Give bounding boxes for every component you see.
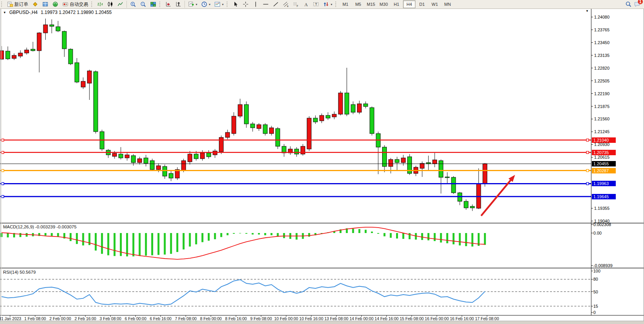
horizontal-line-tool-button[interactable]	[261, 0, 271, 9]
timeframe-h1[interactable]: H1	[390, 0, 403, 8]
hline-handle[interactable]	[586, 139, 589, 141]
new-chart-button[interactable]: ▾	[186, 0, 199, 9]
candle-body	[401, 158, 405, 163]
candle-body	[470, 206, 475, 208]
period-button[interactable]: ▾	[199, 0, 212, 9]
hline-handle[interactable]	[2, 151, 4, 154]
profile-previous-button[interactable]	[163, 0, 173, 9]
text-label-tool-button[interactable]: T	[311, 0, 321, 9]
candle-body	[194, 154, 198, 159]
hline-handle[interactable]	[2, 139, 4, 141]
toolbar-grip[interactable]	[159, 2, 162, 7]
time-axis-label: 8 Feb 00:00	[200, 316, 222, 321]
timeframe-m5[interactable]: M5	[352, 0, 364, 8]
scroll-end-marker-icon[interactable]: ▼	[586, 9, 589, 13]
line-chart-mode-button[interactable]	[115, 0, 125, 9]
toolbar-grip[interactable]	[227, 2, 229, 7]
macd-histogram-bar	[484, 233, 486, 245]
timeframe-mn[interactable]: MN	[441, 0, 454, 8]
chart-canvas[interactable]	[0, 0, 644, 324]
macd-indicator-label: MACD(12,26,9) -0.003239 -0.003075	[3, 225, 77, 229]
time-axis-label: 16 Feb 00:00	[425, 316, 449, 321]
svg-text:A: A	[304, 2, 308, 7]
tile-windows-button[interactable]	[148, 0, 158, 9]
macd-histogram-bar	[157, 233, 159, 255]
macd-histogram-bar	[145, 233, 147, 255]
candle-body	[119, 154, 123, 158]
arrows-tool-button[interactable]: ▾	[321, 0, 334, 9]
equidistant-channel-tool-button[interactable]: E	[281, 0, 291, 9]
macd-histogram-bar	[359, 229, 360, 233]
hline-handle[interactable]	[2, 195, 4, 198]
market-watch-button[interactable]	[30, 0, 40, 9]
macd-histogram-bar	[233, 233, 235, 234]
rsi-axis-label: 15	[593, 304, 598, 309]
new-order-icon	[7, 1, 13, 7]
template-button[interactable]: ▾	[212, 0, 225, 9]
trendline-tool-button[interactable]	[271, 0, 281, 9]
cursor-tool-button[interactable]	[231, 0, 241, 9]
chart-menu-arrow-icon[interactable]: ▼	[3, 11, 6, 14]
gold-cube-icon	[32, 1, 38, 7]
timeframe-m30[interactable]: M30	[378, 0, 390, 8]
vertical-line-tool-button[interactable]	[251, 0, 261, 9]
price-tick-label: 1.23135	[594, 53, 610, 58]
macd-histogram-bar	[390, 233, 392, 238]
auto-trading-button[interactable]: 自动交易	[60, 0, 90, 9]
hline-handle[interactable]	[586, 170, 589, 172]
macd-histogram-bar	[371, 231, 373, 233]
market-depth-button[interactable]	[40, 0, 50, 9]
hline-handle[interactable]	[586, 151, 589, 154]
time-axis-label: 6 Feb 00:00	[125, 316, 146, 321]
crosshair-icon	[243, 1, 249, 7]
price-label-1.20735: 1.20735	[592, 150, 616, 155]
candle-body	[445, 177, 449, 178]
bar-chart-mode-button[interactable]	[95, 0, 105, 9]
price-tick-label: 1.23450	[594, 40, 610, 45]
search-icon[interactable]	[625, 1, 632, 7]
new-chart-icon	[188, 1, 194, 7]
time-axis-label: 2 Feb 16:00	[75, 316, 96, 321]
macd-histogram-bar	[402, 233, 404, 239]
candle-body	[219, 137, 224, 152]
candle-body	[50, 25, 54, 26]
hline-handle[interactable]	[586, 182, 589, 185]
toolbar-grip[interactable]	[1, 2, 4, 7]
candle-body	[75, 63, 79, 82]
community-button[interactable]	[50, 0, 60, 9]
zoom-in-icon	[130, 1, 136, 7]
timeframe-m1[interactable]: M1	[339, 0, 352, 8]
candle-body	[18, 53, 22, 56]
rsi-axis-label: 100	[593, 269, 600, 274]
trendline-icon	[273, 1, 279, 7]
zoom-out-button[interactable]	[138, 0, 148, 9]
timeframe-d1[interactable]: D1	[416, 0, 428, 8]
profile-next-button[interactable]	[173, 0, 183, 9]
notifications-button[interactable]: 1	[634, 1, 640, 7]
auto-trading-icon	[62, 1, 68, 7]
macd-histogram-bar	[245, 233, 247, 234]
crosshair-tool-button[interactable]	[241, 0, 251, 9]
hline-handle[interactable]	[2, 182, 4, 185]
candlestick-mode-button[interactable]	[105, 0, 115, 9]
timeframe-w1[interactable]: W1	[429, 0, 441, 8]
new-order-button[interactable]: 新订单	[5, 0, 30, 9]
time-axis-label: 31 Jan 2023	[0, 316, 21, 321]
candle-body	[432, 160, 437, 164]
fibonacci-icon: F	[293, 1, 299, 7]
timeframe-m15[interactable]: M15	[365, 0, 377, 8]
toolbar-grip[interactable]	[91, 2, 94, 7]
fibonacci-tool-button[interactable]: F	[291, 0, 301, 9]
toolbar-grip[interactable]	[335, 2, 338, 7]
hline-handle[interactable]	[2, 170, 4, 172]
price-tick-label: 1.24080	[594, 15, 610, 20]
candle-body	[345, 93, 349, 114]
macd-histogram-bar	[44, 233, 46, 236]
zoom-in-button[interactable]	[128, 0, 138, 9]
dropdown-caret: ▾	[222, 3, 224, 6]
timeframe-h4[interactable]: H4	[403, 0, 415, 8]
text-tool-button[interactable]: A	[301, 0, 311, 9]
candle-body	[31, 49, 35, 51]
macd-histogram-bar	[396, 233, 398, 238]
macd-histogram-bar	[101, 233, 103, 254]
